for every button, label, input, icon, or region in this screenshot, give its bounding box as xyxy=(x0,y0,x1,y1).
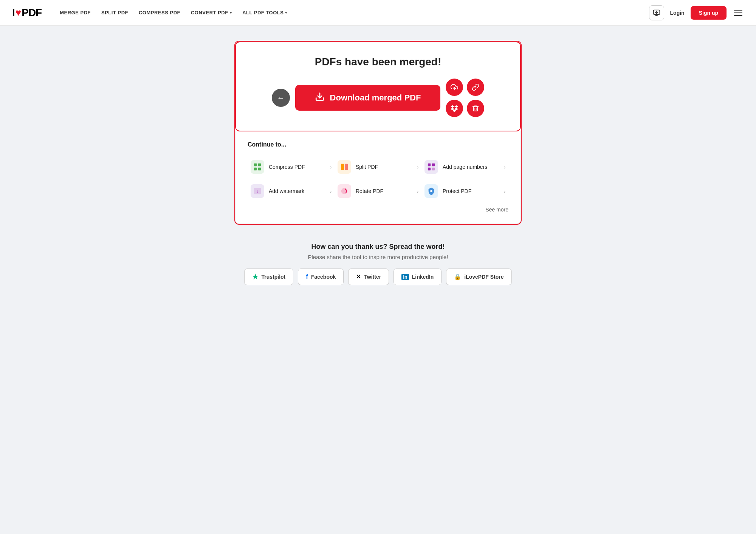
result-block: PDFs have been merged! ← Do xyxy=(234,41,522,225)
svg-rect-13 xyxy=(432,164,435,166)
svg-rect-8 xyxy=(254,168,257,170)
result-card: PDFs have been merged! ← Do xyxy=(234,41,522,225)
nav-merge-pdf[interactable]: MERGE PDF xyxy=(60,10,91,15)
rotate-pdf-icon xyxy=(338,184,351,198)
navbar: I♥PDF MERGE PDF SPLIT PDF COMPRESS PDF C… xyxy=(0,0,756,26)
ilovepdf-store-button[interactable]: 🔒 iLovePDF Store xyxy=(446,269,511,285)
linkedin-label: LinkedIn xyxy=(412,274,434,280)
facebook-icon: f xyxy=(306,273,308,281)
nav-links: MERGE PDF SPLIT PDF COMPRESS PDF CONVERT… xyxy=(60,10,637,15)
download-merged-pdf-button[interactable]: Download merged PDF xyxy=(295,85,441,111)
dropbox-icon xyxy=(451,105,458,112)
facebook-share-button[interactable]: f Facebook xyxy=(298,269,344,285)
logo-heart: ♥ xyxy=(15,7,21,19)
action-row-top xyxy=(446,79,484,96)
action-row-bottom xyxy=(446,100,484,117)
pagenums-chevron-icon: › xyxy=(504,164,505,170)
svg-rect-7 xyxy=(258,164,261,166)
back-arrow-icon: ← xyxy=(277,94,285,102)
twitter-share-button[interactable]: ✕ Twitter xyxy=(348,269,389,285)
protect-chevron-icon: › xyxy=(504,188,505,194)
hamburger-line-2 xyxy=(734,12,742,13)
split-chevron-icon: › xyxy=(417,164,418,170)
upload-to-cloud-button[interactable] xyxy=(446,79,463,96)
share-subtitle: Please share the tool to inspire more pr… xyxy=(234,254,522,260)
add-watermark-label: Add watermark xyxy=(269,188,304,194)
trustpilot-label: Trustpilot xyxy=(261,274,285,280)
download-btn-label: Download merged PDF xyxy=(330,93,421,103)
back-button[interactable]: ← xyxy=(272,89,290,107)
nav-actions: Login Sign up xyxy=(649,5,744,20)
logo-pdf: PDF xyxy=(22,7,42,19)
tool-split-pdf[interactable]: Split PDF › xyxy=(335,155,421,179)
split-pdf-icon xyxy=(338,160,351,174)
share-title: How can you thank us? Spread the word! xyxy=(234,243,522,251)
protect-pdf-icon xyxy=(424,184,438,198)
store-lock-icon: 🔒 xyxy=(454,273,461,280)
action-buttons xyxy=(446,79,484,117)
svg-point-19 xyxy=(430,190,432,192)
svg-rect-9 xyxy=(258,168,261,170)
trustpilot-share-button[interactable]: ★ Trustpilot xyxy=(244,269,293,285)
login-button[interactable]: Login xyxy=(670,10,685,16)
see-more-button[interactable]: See more xyxy=(485,207,508,213)
tool-protect-pdf[interactable]: Protect PDF › xyxy=(421,179,508,203)
twitter-x-icon: ✕ xyxy=(356,273,361,280)
copy-link-button[interactable] xyxy=(467,79,484,96)
nav-split-pdf[interactable]: SPLIT PDF xyxy=(101,10,128,15)
share-buttons: ★ Trustpilot f Facebook ✕ Twitter in Lin… xyxy=(234,269,522,285)
facebook-label: Facebook xyxy=(311,274,336,280)
linkedin-share-button[interactable]: in LinkedIn xyxy=(393,269,442,285)
nav-compress-pdf[interactable]: COMPRESS PDF xyxy=(139,10,180,15)
continue-title: Continue to... xyxy=(248,141,508,148)
linkedin-icon: in xyxy=(401,274,409,280)
tools-grid: Compress PDF › Split PDF › xyxy=(248,155,508,203)
split-pdf-label: Split PDF xyxy=(356,164,378,170)
download-area: ← Download merged PDF xyxy=(254,79,502,117)
see-more-row: See more xyxy=(248,206,508,213)
share-section: How can you thank us? Spread the word! P… xyxy=(234,243,522,285)
svg-rect-15 xyxy=(432,168,435,170)
tool-rotate-pdf[interactable]: Rotate PDF › xyxy=(335,179,421,203)
tool-add-watermark[interactable]: ↓ Add watermark › xyxy=(248,179,335,203)
download-icon xyxy=(315,92,325,104)
nav-convert-pdf[interactable]: CONVERT PDF ▾ xyxy=(191,10,232,15)
continue-card: Continue to... Compress PDF xyxy=(235,131,521,224)
svg-rect-14 xyxy=(428,168,431,170)
svg-rect-6 xyxy=(254,164,257,166)
result-card-top: PDFs have been merged! ← Do xyxy=(235,42,521,131)
link-icon xyxy=(472,83,479,91)
nav-all-pdf-tools[interactable]: ALL PDF TOOLS ▾ xyxy=(242,10,287,15)
rotate-chevron-icon: › xyxy=(417,188,418,194)
tool-add-page-numbers[interactable]: Add page numbers › xyxy=(421,155,508,179)
desktop-download-button[interactable] xyxy=(649,5,664,20)
rotate-pdf-label: Rotate PDF xyxy=(356,188,383,194)
trash-icon xyxy=(472,105,479,112)
logo[interactable]: I♥PDF xyxy=(12,7,42,19)
hamburger-line-1 xyxy=(734,10,742,11)
compress-pdf-label: Compress PDF xyxy=(269,164,305,170)
compress-chevron-icon: › xyxy=(330,164,332,170)
convert-chevron-icon: ▾ xyxy=(230,11,232,15)
svg-rect-10 xyxy=(341,164,344,170)
svg-rect-12 xyxy=(428,164,431,166)
signup-button[interactable]: Sign up xyxy=(691,6,727,20)
delete-button[interactable] xyxy=(467,100,484,117)
add-page-numbers-label: Add page numbers xyxy=(443,164,487,170)
trustpilot-icon: ★ xyxy=(252,273,258,281)
twitter-label: Twitter xyxy=(364,274,381,280)
hamburger-line-3 xyxy=(734,15,742,16)
protect-pdf-label: Protect PDF xyxy=(443,188,471,194)
main-content: PDFs have been merged! ← Do xyxy=(227,41,529,285)
hamburger-menu-button[interactable] xyxy=(733,8,744,17)
add-page-numbers-icon xyxy=(424,160,438,174)
all-tools-chevron-icon: ▾ xyxy=(285,11,287,15)
watermark-chevron-icon: › xyxy=(330,188,332,194)
svg-text:↓: ↓ xyxy=(256,189,258,193)
tool-compress-pdf[interactable]: Compress PDF › xyxy=(248,155,335,179)
result-title: PDFs have been merged! xyxy=(254,56,502,68)
compress-pdf-icon xyxy=(251,160,264,174)
add-watermark-icon: ↓ xyxy=(251,184,264,198)
monitor-download-icon xyxy=(653,9,660,17)
save-to-dropbox-button[interactable] xyxy=(446,100,463,117)
